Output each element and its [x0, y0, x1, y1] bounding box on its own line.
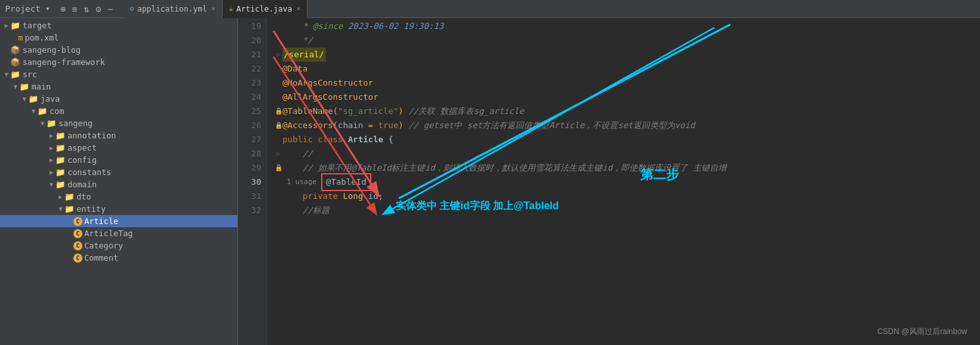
- folder-icon: 📁: [55, 143, 66, 153]
- expand-arrow: ▼: [57, 205, 64, 212]
- folder-icon: 📁: [46, 118, 57, 128]
- tree-item-domain[interactable]: ▼ 📁 domain: [0, 178, 237, 191]
- java-tab-icon: ☕: [229, 5, 234, 13]
- folder-icon: 📁: [37, 106, 48, 116]
- tab-yaml[interactable]: ⚙ application.yml ×: [124, 0, 223, 18]
- code-line-23: @NoArgsConstructor: [275, 76, 980, 90]
- expand-arrow: ▶: [3, 22, 10, 29]
- settings-icon[interactable]: ⚙: [96, 4, 101, 14]
- tree-item-config[interactable]: ▶ 📁 config: [0, 154, 237, 166]
- gutter-29: 🔒: [275, 161, 282, 175]
- java-tab-label: Article.java: [236, 5, 292, 14]
- tree-label-domain: domain: [68, 180, 97, 189]
- tree-item-java[interactable]: ▼ 📁 java: [0, 93, 237, 105]
- yaml-tab-icon: ⚙: [130, 5, 134, 13]
- folder-icon: 📁: [55, 180, 66, 189]
- tree-item-ArticleTag[interactable]: C ArticleTag: [0, 227, 237, 239]
- file-tree-sidebar[interactable]: ▶ 📁 target m pom.xml 📦 sangeng-blog 📦 sa…: [0, 18, 238, 345]
- code-line-31: private Long id;: [275, 189, 980, 203]
- tree-item-entity[interactable]: ▼ 📁 entity: [0, 203, 237, 215]
- tree-item-src[interactable]: ▼ 📁 src: [0, 68, 237, 80]
- tree-label-com: com: [50, 106, 64, 116]
- tree-item-pom[interactable]: m pom.xml: [0, 32, 237, 44]
- code-line-29: 🔒 // 如果不用@TableId标注主键id，则插入数据时，默认使用雪花算法生…: [275, 161, 980, 175]
- code-text: private: [282, 189, 338, 203]
- expand-arrow: ▶: [48, 132, 55, 139]
- code-line-26: 🔒 @Accessors(chain = true) // getset中 se…: [275, 118, 980, 133]
- folder-icon: 📁: [64, 192, 75, 201]
- tree-label-java: java: [41, 94, 60, 104]
- code-line-30: 1 usage @TableId: [275, 175, 980, 189]
- class-icon: C: [73, 254, 82, 263]
- tabs-bar: ⚙ application.yml × ☕ Article.java ×: [124, 0, 308, 18]
- sort-icon[interactable]: ⇅: [84, 4, 89, 14]
- tree-item-Category[interactable]: C Category: [0, 239, 237, 252]
- code-line-27: public class Article {: [275, 133, 980, 147]
- folder-icon: 📁: [64, 204, 75, 214]
- tree-item-com[interactable]: ▼ 📁 com: [0, 105, 237, 117]
- code-line-22: @Data: [275, 62, 980, 76]
- tree-label-aspect: aspect: [68, 143, 97, 153]
- gutter-25: 🔒: [275, 104, 282, 118]
- code-text: @TableName("sg_article") //关联 数据库表sg_art…: [282, 104, 524, 118]
- tree-label-config: config: [68, 155, 97, 165]
- expand-arrow: ▶: [57, 193, 64, 200]
- tableid-annotation: @TableId: [321, 173, 372, 191]
- code-editor[interactable]: 19 20 21 22 23 24 25 26 27 28 29 30 31 3…: [238, 18, 980, 345]
- folder-icon: 📁: [55, 167, 66, 177]
- tree-item-sangeng-blog[interactable]: 📦 sangeng-blog: [0, 44, 237, 56]
- tree-item-sangeng-pkg[interactable]: ▼ 📁 sangeng: [0, 117, 237, 129]
- watermark: CSDN @风雨过后rainbow: [877, 326, 967, 337]
- tree-label-constants: constants: [68, 167, 111, 177]
- code-line-20: */: [275, 33, 980, 48]
- folder-icon: 📁: [19, 82, 30, 91]
- expand-arrow: ▼: [39, 120, 46, 127]
- gutter-19: [275, 19, 282, 33]
- code-line-32: //标题: [275, 203, 980, 218]
- tree-label-dto: dto: [77, 192, 91, 201]
- minimize-icon[interactable]: −: [107, 4, 113, 14]
- line-numbers: 19 20 21 22 23 24 25 26 27 28 29 30 31 3…: [238, 18, 267, 345]
- class-icon: C: [73, 241, 82, 250]
- project-dropdown-icon[interactable]: ▾: [46, 5, 50, 13]
- tree-item-sangeng-framework[interactable]: 📦 sangeng-framework: [0, 56, 237, 68]
- tree-label-Comment: Comment: [84, 253, 118, 263]
- title-bar: Project ▾ ⊕ ≡ ⇅ ⚙ − ⚙ application.yml × …: [0, 0, 980, 18]
- tree-label-sangeng-pkg: sangeng: [59, 118, 93, 128]
- tree-label-pom: pom.xml: [25, 33, 59, 42]
- code-text: @Accessors(chain = true) // getset中 set方…: [282, 118, 695, 133]
- tree-label-sangeng-blog: sangeng-blog: [23, 45, 80, 55]
- tree-label-Article: Article: [84, 216, 118, 226]
- code-text: * @since 2023-06-02 19:30:13: [282, 19, 443, 33]
- code-text: @NoArgsConstructor: [282, 76, 373, 90]
- folder-icon: 📁: [28, 94, 39, 104]
- tree-item-annotation[interactable]: ▶ 📁 annotation: [0, 129, 237, 142]
- class-icon: C: [73, 229, 82, 238]
- code-text: */: [282, 33, 313, 48]
- step2-annotation-label: 实体类中 主键id字段 加上@TableId: [396, 200, 559, 213]
- tree-item-Comment[interactable]: C Comment: [0, 252, 237, 264]
- tree-label-entity: entity: [77, 204, 106, 214]
- folder-icon: 📁: [10, 70, 21, 79]
- tree-item-constants[interactable]: ▶ 📁 constants: [0, 166, 237, 178]
- tree-item-main[interactable]: ▼ 📁 main: [0, 80, 237, 93]
- tree-label-Category: Category: [84, 241, 123, 250]
- gutter-28: ▷: [275, 147, 282, 161]
- list-icon[interactable]: ≡: [72, 4, 77, 14]
- module-icon: 📦: [10, 45, 21, 55]
- folder-icon: 📁: [55, 155, 66, 165]
- java-tab-close[interactable]: ×: [297, 5, 300, 12]
- tab-java[interactable]: ☕ Article.java ×: [223, 0, 308, 18]
- tree-item-Article[interactable]: C Article: [0, 215, 237, 227]
- tree-item-target[interactable]: ▶ 📁 target: [0, 19, 237, 32]
- yaml-tab-close[interactable]: ×: [212, 5, 216, 12]
- gutter-32: [275, 203, 282, 218]
- step2-label: 第二步: [640, 166, 679, 183]
- tree-item-aspect[interactable]: ▶ 📁 aspect: [0, 142, 237, 154]
- tree-item-dto[interactable]: ▶ 📁 dto: [0, 191, 237, 203]
- tree-label-main: main: [32, 82, 51, 91]
- expand-arrow: ▼: [3, 71, 10, 78]
- pom-icon: m: [18, 33, 23, 42]
- project-label: Project: [5, 4, 41, 14]
- add-icon[interactable]: ⊕: [60, 4, 65, 14]
